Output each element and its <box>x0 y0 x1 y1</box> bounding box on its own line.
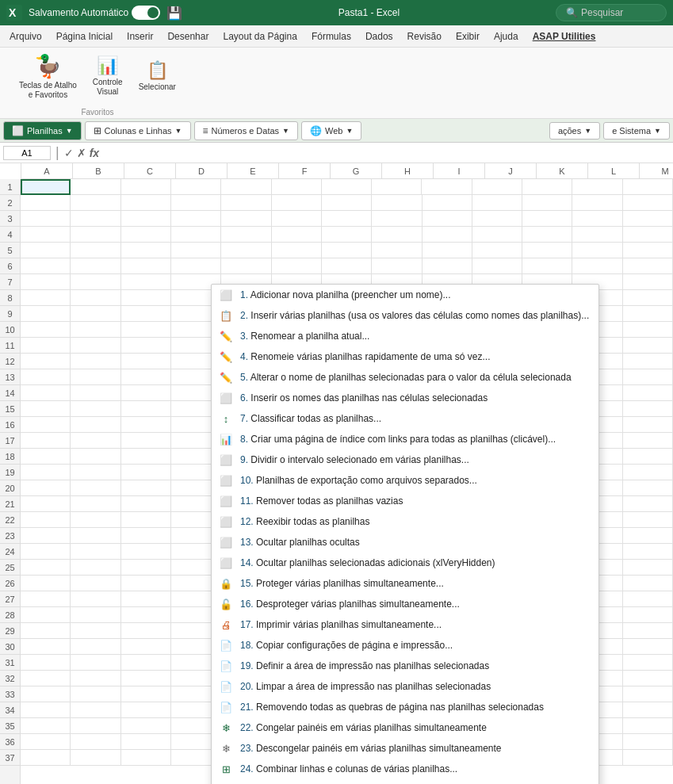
cell-M30[interactable] <box>623 639 673 655</box>
cell-B19[interactable] <box>71 465 120 480</box>
cell-A19[interactable] <box>21 465 71 480</box>
dropdown-item-7[interactable]: ↕7. Classificar todas as planilhas... <box>212 408 598 429</box>
cell-M20[interactable] <box>623 480 673 496</box>
cell-A5[interactable] <box>21 243 71 258</box>
cell-A13[interactable] <box>21 369 71 385</box>
cell-A8[interactable] <box>21 290 71 306</box>
cell-B31[interactable] <box>71 655 120 671</box>
btn-selecionar[interactable]: 📋 Selecionar <box>132 49 182 103</box>
cell-B29[interactable] <box>71 623 120 639</box>
cell-C22[interactable] <box>121 512 171 528</box>
cell-C24[interactable] <box>121 544 171 560</box>
dropdown-item-3[interactable]: ✏️3. Renomear a planilha atual... <box>212 326 598 346</box>
cell-E1[interactable] <box>221 179 271 195</box>
cell-F4[interactable] <box>272 227 322 243</box>
cell-B20[interactable] <box>71 480 120 496</box>
cell-F1[interactable] <box>272 179 322 195</box>
cell-J2[interactable] <box>472 195 522 211</box>
dropdown-item-4[interactable]: ✏️4. Renomeie várias planilhas rapidamen… <box>212 346 598 367</box>
tab-acoes[interactable]: ações ▼ <box>549 122 600 140</box>
cell-A17[interactable] <box>21 433 71 449</box>
cell-K6[interactable] <box>522 258 572 274</box>
cell-G5[interactable] <box>322 243 372 258</box>
cell-G6[interactable] <box>322 258 372 274</box>
cell-C1[interactable] <box>121 179 171 195</box>
cell-M22[interactable] <box>623 512 673 528</box>
cell-B11[interactable] <box>71 338 120 354</box>
cell-L5[interactable] <box>572 243 622 258</box>
cell-A22[interactable] <box>21 512 71 528</box>
cell-C10[interactable] <box>121 322 171 338</box>
cell-B21[interactable] <box>71 496 120 512</box>
menu-desenhar[interactable]: Desenhar <box>161 28 215 45</box>
cell-M36[interactable] <box>623 734 673 750</box>
menu-dados[interactable]: Dados <box>359 28 400 45</box>
cell-C31[interactable] <box>121 655 171 671</box>
cell-B35[interactable] <box>71 718 120 734</box>
cell-B15[interactable] <box>71 401 120 417</box>
cell-B14[interactable] <box>71 385 120 401</box>
dropdown-item-24[interactable]: ⊞24. Combinar linhas e colunas de várias… <box>212 759 598 779</box>
cell-D3[interactable] <box>171 211 221 227</box>
menu-inserir[interactable]: Inserir <box>120 28 159 45</box>
cell-C28[interactable] <box>121 607 171 623</box>
cell-C21[interactable] <box>121 496 171 512</box>
cell-M27[interactable] <box>623 591 673 607</box>
cell-G3[interactable] <box>322 211 372 227</box>
cell-C33[interactable] <box>121 686 171 702</box>
cell-A24[interactable] <box>21 544 71 560</box>
cell-M34[interactable] <box>623 702 673 718</box>
cell-M9[interactable] <box>623 306 673 322</box>
cell-C35[interactable] <box>121 718 171 734</box>
cell-A21[interactable] <box>21 496 71 512</box>
cell-C13[interactable] <box>121 369 171 385</box>
cell-M31[interactable] <box>623 655 673 671</box>
cell-B13[interactable] <box>71 369 120 385</box>
cell-M19[interactable] <box>623 465 673 480</box>
cell-A3[interactable] <box>21 211 71 227</box>
cell-B25[interactable] <box>71 560 120 576</box>
dropdown-item-16[interactable]: 🔓16. Desproteger várias planilhas simult… <box>212 594 598 614</box>
menu-asap[interactable]: ASAP Utilities <box>526 28 602 45</box>
cell-A4[interactable] <box>21 227 71 243</box>
dropdown-item-25[interactable]: ✦25. Remover todos os estilos não utiliz… <box>212 779 598 784</box>
cell-G1[interactable] <box>322 179 372 195</box>
menu-arquivo[interactable]: Arquivo <box>3 28 48 45</box>
cell-M6[interactable] <box>623 258 673 274</box>
cell-C30[interactable] <box>121 639 171 655</box>
cell-B6[interactable] <box>71 258 120 274</box>
menu-formulas[interactable]: Fórmulas <box>305 28 358 45</box>
cell-M11[interactable] <box>623 338 673 354</box>
menu-pagina[interactable]: Página Inicial <box>50 28 119 45</box>
cell-F3[interactable] <box>272 211 322 227</box>
cell-E2[interactable] <box>221 195 271 211</box>
cell-A28[interactable] <box>21 607 71 623</box>
cell-E3[interactable] <box>221 211 271 227</box>
cell-H6[interactable] <box>372 258 422 274</box>
cell-B26[interactable] <box>71 576 120 591</box>
search-box[interactable]: 🔍 Pesquisar <box>556 4 667 21</box>
cell-A1[interactable] <box>21 179 71 195</box>
cell-B36[interactable] <box>71 734 120 750</box>
dropdown-item-8[interactable]: 📊8. Criar uma página de índice com links… <box>212 429 598 449</box>
cell-B1[interactable] <box>71 179 120 195</box>
cell-A12[interactable] <box>21 354 71 369</box>
checkmark-icon[interactable]: ✓ <box>64 147 74 159</box>
cell-B33[interactable] <box>71 686 120 702</box>
cell-H2[interactable] <box>372 195 422 211</box>
dropdown-item-22[interactable]: ❄22. Congelar painéis em várias planilha… <box>212 717 598 738</box>
cell-L4[interactable] <box>572 227 622 243</box>
cell-E4[interactable] <box>221 227 271 243</box>
cell-B27[interactable] <box>71 591 120 607</box>
cell-A7[interactable] <box>21 274 71 290</box>
cell-A25[interactable] <box>21 560 71 576</box>
cell-C14[interactable] <box>121 385 171 401</box>
cell-M14[interactable] <box>623 385 673 401</box>
cell-A36[interactable] <box>21 734 71 750</box>
cell-reference[interactable] <box>3 146 51 160</box>
cell-B4[interactable] <box>71 227 120 243</box>
cell-C3[interactable] <box>121 211 171 227</box>
cell-A2[interactable] <box>21 195 71 211</box>
cell-D1[interactable] <box>171 179 221 195</box>
cell-A26[interactable] <box>21 576 71 591</box>
